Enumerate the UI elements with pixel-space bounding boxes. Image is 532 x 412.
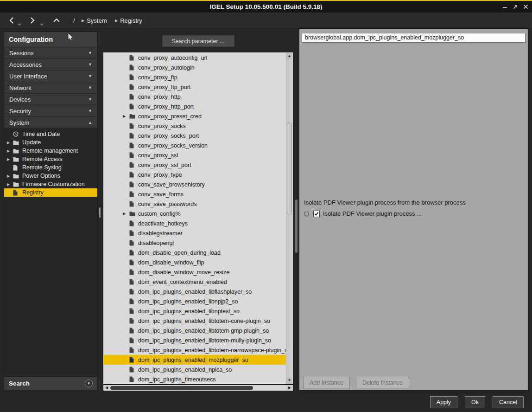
tree-item-conv-proxy-ftp[interactable]: conv_proxy_ftp <box>104 72 286 82</box>
tree-item-deactivate-hotkeys[interactable]: deactivate_hotkeys <box>104 219 286 228</box>
sidebar-search[interactable]: Search ▼ <box>4 376 97 390</box>
sidebar-item-security[interactable]: Security▼ <box>4 105 97 117</box>
expander-icon[interactable]: ▶ <box>7 182 13 187</box>
tree-item-conv-proxy-autoconfig-url[interactable]: conv_proxy_autoconfig_url <box>104 53 286 63</box>
search-parameter-button[interactable]: Search parameter ... <box>162 35 234 47</box>
tree-item-dom-event-contextmenu-enabled[interactable]: dom_event_contextmenu_enabled <box>104 277 286 287</box>
tree-item-label: conv_proxy_preset_cred <box>136 113 202 120</box>
sidebar-node-update[interactable]: ▶Update <box>4 138 97 147</box>
restore-icon[interactable] <box>513 4 518 10</box>
tree-item-conv-proxy-ftp-port[interactable]: conv_proxy_ftp_port <box>104 82 286 92</box>
sidebar-node-remote-management[interactable]: ▶Remote management <box>4 147 97 155</box>
expander-icon[interactable]: ▶ <box>7 174 13 178</box>
scroll-left-icon[interactable]: ◀ <box>103 385 110 391</box>
tree-item-dom-disable-open-during-load[interactable]: dom_disable_open_during_load <box>104 248 286 258</box>
tree-item-dom-ipc-plugins-enabled-libtotem-gmp-plugin-so[interactable]: dom_ipc_plugins_enabled_libtotem-gmp-plu… <box>104 326 286 335</box>
file-icon <box>13 190 21 196</box>
tree-item-conv-proxy-ssl[interactable]: conv_proxy_ssl <box>104 150 286 160</box>
breadcrumb-registry[interactable]: ▶ Registry <box>115 13 142 28</box>
tree-item-dom-ipc-plugins-enabled-npica-so[interactable]: dom_ipc_plugins_enabled_npica_so <box>104 365 286 374</box>
tree-item-dom-ipc-plugins-enabled-libnpjp2-so[interactable]: dom_ipc_plugins_enabled_libnpjp2_so <box>104 296 286 306</box>
registry-tree: conv_proxy_autoconfig_urlconv_proxy_auto… <box>103 52 293 385</box>
file-icon <box>13 165 21 171</box>
up-button[interactable] <box>53 13 60 28</box>
tree-item-conv-proxy-http-port[interactable]: conv_proxy_http_port <box>104 102 286 111</box>
expander-icon[interactable]: ▶ <box>123 212 129 216</box>
reset-icon[interactable] <box>303 211 310 217</box>
cancel-button[interactable]: Cancel <box>493 396 524 408</box>
sidebar-node-time-and-date[interactable]: Time and Date <box>4 130 97 138</box>
sidebar-item-accessories[interactable]: Accessories▼ <box>4 59 97 71</box>
horizontal-scrollbar-thumb[interactable] <box>110 386 253 390</box>
expander-icon[interactable]: ▶ <box>7 141 13 145</box>
sidebar-item-user-interface[interactable]: User Interface▼ <box>4 71 97 82</box>
tree-item-conv-proxy-ssl-port[interactable]: conv_proxy_ssl_port <box>104 160 286 170</box>
tree-item-conv-save-browsehistory[interactable]: conv_save_browsehistory <box>104 180 286 189</box>
folder-icon <box>13 140 21 145</box>
tree-item-conv-save-forms[interactable]: conv_save_forms <box>104 189 286 199</box>
file-icon <box>129 133 136 139</box>
tree-item-conv-proxy-socks-port[interactable]: conv_proxy_socks_port <box>104 131 286 141</box>
tree-item-conv-proxy-autologin[interactable]: conv_proxy_autologin <box>104 63 286 72</box>
tree-item-dom-ipc-plugins-enabled-libtotem-cone-plugin-so[interactable]: dom_ipc_plugins_enabled_libtotem-cone-pl… <box>104 316 286 326</box>
sidebar-node-remote-syslog[interactable]: Remote Syslog <box>4 163 97 172</box>
tree-item-dom-ipc-plugins-enabled-libtotem-mully-plugin-so[interactable]: dom_ipc_plugins_enabled_libtotem-mully-p… <box>104 335 286 345</box>
expander-icon[interactable]: ▶ <box>7 149 13 153</box>
tree-item-conv-proxy-type[interactable]: conv_proxy_type <box>104 170 286 180</box>
tree-item-label: dom_disable_open_during_load <box>136 250 221 256</box>
back-button[interactable] <box>8 13 14 28</box>
apply-button[interactable]: Apply <box>430 396 457 408</box>
tree-item-disableopengl[interactable]: disableopengl <box>104 238 286 248</box>
tree-item-conv-proxy-http[interactable]: conv_proxy_http <box>104 92 286 102</box>
scroll-right-icon[interactable]: ▶ <box>286 385 293 391</box>
tree-item-dom-ipc-plugins-enabled-mozplugger-so[interactable]: dom_ipc_plugins_enabled_mozplugger_so <box>104 355 286 365</box>
node-label: Remote Syslog <box>21 164 62 171</box>
breadcrumb-arrow-icon: ▶ <box>82 19 84 23</box>
detail-scrollbar-thumb[interactable] <box>295 200 298 253</box>
sidebar-item-network[interactable]: Network▼ <box>4 82 97 94</box>
delete-instance-button[interactable]: Delete Instance <box>356 377 409 388</box>
file-icon <box>129 269 136 275</box>
scroll-down-icon[interactable]: ▼ <box>286 377 292 384</box>
file-icon <box>129 103 136 109</box>
isolate-pdf-checkbox[interactable] <box>313 211 320 217</box>
sidebar-item-sessions[interactable]: Sessions▼ <box>4 47 97 59</box>
sidebar-item-system[interactable]: System▲ <box>4 117 97 129</box>
tree-item-dom-ipc-plugins-enabled-libnptest-so[interactable]: dom_ipc_plugins_enabled_libnptest_so <box>104 306 286 316</box>
sidebar-item-devices[interactable]: Devices▼ <box>4 94 97 105</box>
tree-item-dom-ipc-plugins-timeoutsecs[interactable]: dom_ipc_plugins_timeoutsecs <box>104 374 286 384</box>
splitter-handle[interactable] <box>99 207 101 218</box>
tree-item-conv-proxy-socks-version[interactable]: conv_proxy_socks_version <box>104 141 286 150</box>
folder-icon <box>13 182 21 187</box>
file-icon <box>129 152 136 158</box>
minimize-icon[interactable] <box>502 4 507 9</box>
tree-item-dom-ipc-plugins-enabled-libflashplayer-so[interactable]: dom_ipc_plugins_enabled_libflashplayer_s… <box>104 287 286 296</box>
tree-item-disablegstreamer[interactable]: disablegstreamer <box>104 228 286 238</box>
add-instance-button[interactable]: Add Instance <box>303 377 350 388</box>
scroll-up-icon[interactable]: ▲ <box>286 53 292 59</box>
chevron-down-icon: ▼ <box>88 109 92 113</box>
horizontal-scrollbar[interactable]: ◀ ▶ <box>103 385 293 391</box>
back-dropdown-icon[interactable] <box>18 19 21 27</box>
expander-icon[interactable]: ▶ <box>7 157 13 161</box>
close-icon[interactable] <box>523 4 528 9</box>
sidebar-node-firmware-customization[interactable]: ▶Firmware Customization <box>4 180 97 188</box>
tree-item-conv-save-passwords[interactable]: conv_save_passwords <box>104 199 286 209</box>
forward-dropdown-icon[interactable] <box>40 19 44 27</box>
tree-item-dom-disable-window-move-resize[interactable]: dom_disable_window_move_resize <box>104 267 286 277</box>
sidebar-node-registry[interactable]: Registry <box>4 188 97 197</box>
tree-item-dom-disable-window-flip[interactable]: dom_disable_window_flip <box>104 258 286 267</box>
vertical-scrollbar[interactable]: ▲ ▼ <box>286 53 292 384</box>
forward-button[interactable] <box>30 13 36 28</box>
breadcrumb-system[interactable]: ▶ System <box>82 13 107 28</box>
tree-item-custom-config[interactable]: ▶custom_config% <box>104 209 286 219</box>
sidebar-node-remote-access[interactable]: ▶Remote Access <box>4 155 97 163</box>
sidebar-node-power-options[interactable]: ▶Power Options <box>4 172 97 180</box>
vertical-scrollbar-thumb[interactable] <box>287 122 292 215</box>
tree-item-dom-ipc-plugins-enabled-libtotem-narrowspace-plugin-so[interactable]: dom_ipc_plugins_enabled_libtotem-narrows… <box>104 345 286 355</box>
tree-item-conv-proxy-socks[interactable]: conv_proxy_socks <box>104 121 286 131</box>
parameter-path-field[interactable]: browserglobal.app.dom_ipc_plugins_enable… <box>302 33 526 43</box>
ok-button[interactable]: Ok <box>465 396 485 408</box>
tree-item-conv-proxy-preset-cred[interactable]: ▶conv_proxy_preset_cred <box>104 111 286 121</box>
expander-icon[interactable]: ▶ <box>123 114 129 118</box>
